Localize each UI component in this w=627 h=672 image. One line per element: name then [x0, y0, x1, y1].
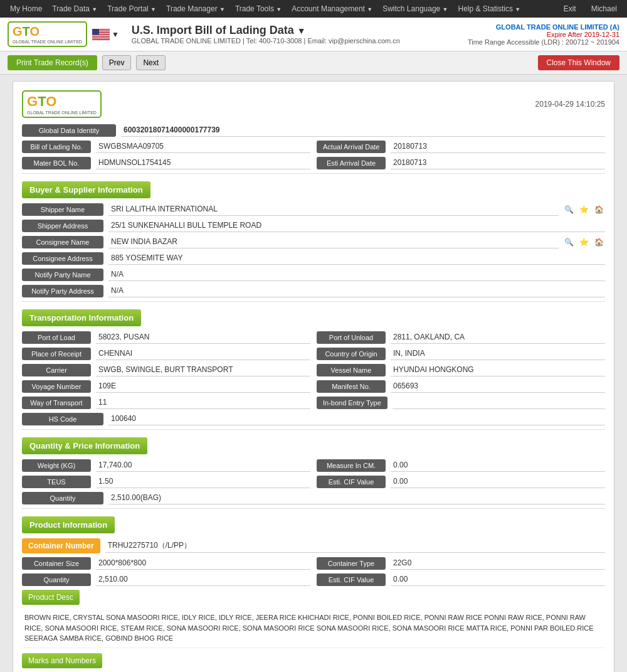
- global-data-identity-label: Global Data Identity: [22, 124, 116, 137]
- receipt-origin-row: Place of Receipt CHENNAI Country of Orig…: [22, 348, 605, 360]
- esti-arrival-label: Esti Arrival Date: [317, 157, 386, 169]
- consignee-address-value: 885 YOSEMITE WAY: [108, 252, 605, 265]
- cif-col: Esti. CIF Value 0.00: [317, 476, 605, 488]
- nav-trade-tools[interactable]: Trade Tools ▼: [230, 0, 287, 18]
- product-desc-text: BROWN RICE, CRYSTAL SONA MASOORI RICE, I…: [22, 609, 605, 648]
- measure-col: Measure In CM. 0.00: [317, 459, 605, 472]
- product-cif-col: Esti. CIF Value 0.00: [317, 573, 605, 586]
- global-data-identity-value: 60032018071400000177739: [121, 124, 605, 137]
- header-subtitle: GLOBAL TRADE ONLINE LIMITED | Tel: 400-7…: [132, 37, 468, 45]
- notify-party-address-label: Notify Party Address: [22, 285, 103, 297]
- container-number-button[interactable]: Container Number: [22, 538, 100, 553]
- weight-measure-row: Weight (KG) 17,740.00 Measure In CM. 0.0…: [22, 459, 605, 472]
- inbond-col: In-bond Entry Type: [317, 397, 605, 409]
- product-section-header: Product Information: [22, 516, 115, 533]
- shipper-address-value: 25/1 SUNKENAHALLI BULL TEMPLE ROAD: [108, 220, 605, 232]
- nav-user[interactable]: Michael: [586, 0, 622, 18]
- nav-my-home[interactable]: My Home: [5, 0, 47, 18]
- esti-cif-label: Esti. CIF Value: [317, 476, 386, 488]
- quantity-label: Quantity: [22, 492, 103, 504]
- nav-trade-manager[interactable]: Trade Manager ▼: [161, 0, 230, 18]
- header-bar: GTO GLOBAL TRADE ONLINE LIMITED ▼ U.S. I…: [0, 18, 627, 51]
- consignee-address-row: Consignee Address 885 YOSEMITE WAY: [22, 252, 605, 265]
- esti-arrival-col: Esti Arrival Date 20180713: [317, 157, 605, 169]
- notify-party-name-value: N/A: [108, 269, 605, 281]
- container-size-col: Container Size 2000*806*800: [22, 557, 310, 570]
- top-navigation: My Home Trade Data ▼ Trade Portal ▼ Trad…: [0, 0, 627, 18]
- bol-value: SWGBSMAA09705: [96, 141, 310, 153]
- country-of-origin-label: Country of Origin: [317, 348, 386, 360]
- shipper-icon-group: 🔍 ⭐ 🏠: [562, 203, 605, 216]
- hs-code-label: HS Code: [22, 413, 103, 425]
- svg-rect-8: [92, 36, 110, 36]
- marks-numbers-button[interactable]: Marks and Numbers: [22, 653, 102, 668]
- global-data-identity-row: Global Data Identity 6003201807140000017…: [22, 124, 605, 137]
- nav-help-statistics[interactable]: Help & Statistics ▼: [453, 0, 526, 18]
- consignee-name-value: NEW INDIA BAZAR: [108, 236, 559, 248]
- actual-arrival-value: 20180713: [391, 141, 605, 153]
- next-button[interactable]: Next: [136, 55, 166, 70]
- voyage-col: Voyage Number 109E: [22, 380, 310, 393]
- teus-col: TEUS 1.50: [22, 476, 310, 488]
- consignee-name-label: Consignee Name: [22, 236, 103, 248]
- consignee-home-icon[interactable]: 🏠: [593, 236, 605, 248]
- port-of-load-label: Port of Load: [22, 331, 91, 344]
- close-button[interactable]: Close This Window: [538, 55, 619, 70]
- consignee-address-label: Consignee Address: [22, 252, 103, 265]
- voyage-number-value: 109E: [96, 380, 310, 393]
- way-transport-col: Way of Transport 11: [22, 397, 310, 409]
- notify-party-name-label: Notify Party Name: [22, 269, 103, 281]
- manifest-value: 065693: [391, 380, 605, 393]
- carrier-vessel-row: Carrier SWGB, SWINGLE, BURT TRANSPORT Ve…: [22, 364, 605, 376]
- product-qty-col: Quantity 2,510.00: [22, 573, 310, 586]
- header-center-info: U.S. Import Bill of Lading Data ▼ GLOBAL…: [132, 24, 468, 45]
- way-of-transport-label: Way of Transport: [22, 397, 91, 409]
- teus-label: TEUS: [22, 476, 91, 488]
- quantity-value: 2,510.00(BAG): [108, 492, 605, 504]
- product-cif-label: Esti. CIF Value: [317, 573, 386, 586]
- esti-arrival-value: 20180713: [391, 157, 605, 169]
- right-company: GLOBAL TRADE ONLINE LIMITED (A): [468, 23, 619, 31]
- measure-value: 0.00: [391, 459, 605, 472]
- shipper-search-icon[interactable]: 🔍: [562, 203, 575, 216]
- teus-cif-row: TEUS 1.50 Esti. CIF Value 0.00: [22, 476, 605, 488]
- port-load-col: Port of Load 58023, PUSAN: [22, 331, 310, 344]
- nav-trade-data[interactable]: Trade Data ▼: [47, 0, 102, 18]
- shipper-name-row: Shipper Name SRI LALITHA INTERNATIONAL 🔍…: [22, 203, 605, 216]
- quantity-row: Quantity 2,510.00(BAG): [22, 492, 605, 504]
- consignee-icon-group: 🔍 ⭐ 🏠: [562, 236, 605, 248]
- print-button[interactable]: Print Trade Record(s): [8, 55, 97, 70]
- port-of-load-value: 58023, PUSAN: [96, 331, 310, 344]
- nav-account-management[interactable]: Account Management ▼: [287, 0, 377, 18]
- port-unload-col: Port of Unload 2811, OAKLAND, CA: [317, 331, 605, 344]
- consignee-star-icon[interactable]: ⭐: [577, 236, 590, 248]
- page-title: U.S. Import Bill of Lading Data ▼: [132, 24, 468, 37]
- notify-party-address-value: N/A: [108, 285, 605, 297]
- voyage-number-label: Voyage Number: [22, 380, 91, 393]
- nav-switch-language[interactable]: Switch Language ▼: [377, 0, 453, 18]
- origin-col: Country of Origin IN, INDIA: [317, 348, 605, 360]
- inbond-label: In-bond Entry Type: [317, 397, 387, 409]
- master-bol-value: HDMUNSOL1754145: [96, 157, 310, 169]
- marks-button-row: Marks and Numbers: [22, 653, 605, 668]
- header-right-info: GLOBAL TRADE ONLINE LIMITED (A) Expire A…: [468, 23, 619, 46]
- shipper-home-icon[interactable]: 🏠: [593, 203, 605, 216]
- shipper-star-icon[interactable]: ⭐: [577, 203, 590, 216]
- actual-arrival-col: Actual Arrival Date 20180713: [317, 141, 605, 153]
- buyer-supplier-section-header: Buyer & Supplier Information: [22, 181, 150, 198]
- container-type-label: Container Type: [317, 557, 386, 570]
- svg-rect-13: [92, 29, 99, 35]
- consignee-search-icon[interactable]: 🔍: [562, 236, 575, 248]
- flag-area: ▼: [92, 29, 119, 40]
- product-desc-button[interactable]: Product Desc: [22, 590, 80, 605]
- shipper-address-label: Shipper Address: [22, 220, 103, 232]
- carrier-value: SWGB, SWINGLE, BURT TRANSPORT: [96, 364, 310, 376]
- nav-trade-portal[interactable]: Trade Portal ▼: [102, 0, 161, 18]
- master-bol-col: Mater BOL No. HDMUNSOL1754145: [22, 157, 310, 169]
- flag-dropdown[interactable]: ▼: [112, 30, 119, 39]
- product-cif-value: 0.00: [391, 573, 605, 586]
- nav-exit[interactable]: Exit: [559, 0, 581, 18]
- prev-button[interactable]: Prev: [102, 55, 132, 70]
- main-content: GTO GLOBAL TRADE ONLINE LIMITED 2019-04-…: [0, 75, 627, 672]
- svg-rect-10: [92, 37, 110, 38]
